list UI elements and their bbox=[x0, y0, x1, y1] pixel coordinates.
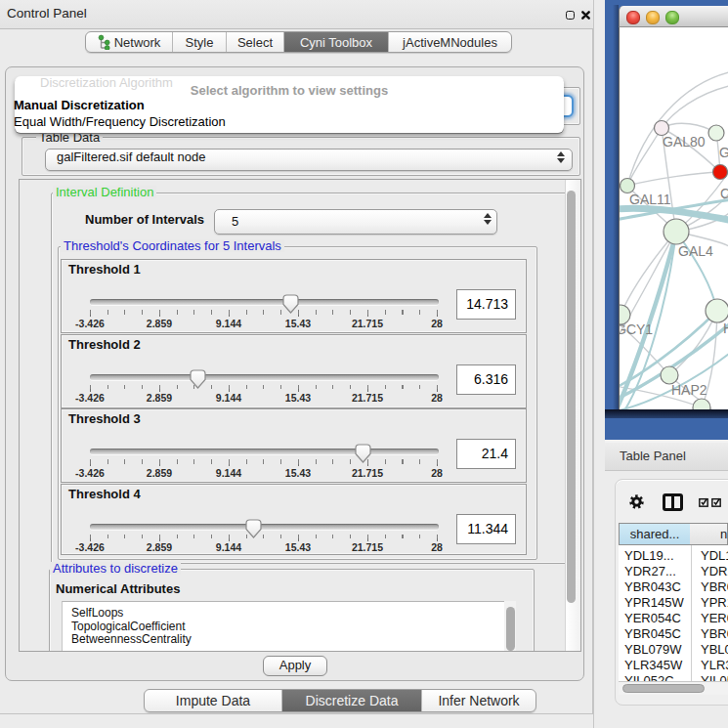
svg-text:GCY1: GCY1 bbox=[620, 321, 653, 337]
svg-text:GA: GA bbox=[719, 145, 728, 160]
svg-text:GAL4: GAL4 bbox=[678, 243, 713, 259]
svg-text:H: H bbox=[723, 321, 728, 336]
svg-text:HAP2: HAP2 bbox=[671, 382, 707, 398]
svg-text:C: C bbox=[720, 186, 728, 201]
svg-text:GAL80: GAL80 bbox=[663, 134, 706, 150]
svg-text:GAL11: GAL11 bbox=[629, 192, 671, 207]
